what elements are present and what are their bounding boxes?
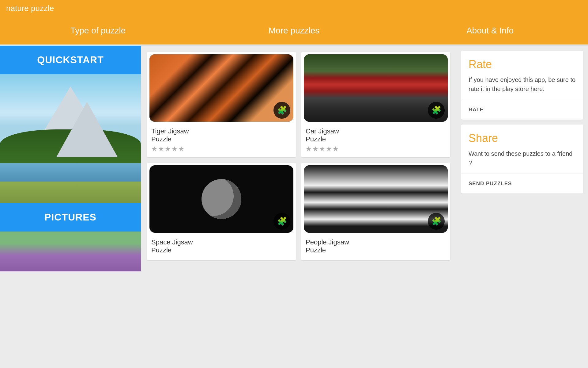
puzzle-info-people: People Jigsaw Puzzle — [301, 235, 450, 260]
people-image — [304, 165, 448, 233]
puzzle-name-car: Car Jigsaw Puzzle — [306, 127, 446, 143]
rate-button[interactable]: RATE — [469, 100, 576, 120]
puzzle-name-space: Space Jigsaw Puzzle — [151, 238, 292, 254]
right-panel: Rate If you have enjoyed this app, be su… — [456, 46, 588, 368]
puzzle-thumb-people: 🧩 — [304, 165, 448, 233]
puzzle-piece-icon-car: 🧩 — [428, 102, 445, 119]
send-puzzles-button[interactable]: SEND PUZZLES — [469, 174, 576, 194]
quickstart-button[interactable]: QUICKSTART — [0, 46, 141, 74]
share-card: Share Want to send these puzzles to a fr… — [461, 125, 583, 194]
ground-layer — [0, 182, 141, 203]
forest-layer — [0, 129, 141, 166]
left-panel: QUICKSTART PICTURES — [0, 46, 141, 368]
puzzle-piece-icon-space: 🧩 — [273, 213, 290, 230]
app-title: nature puzzle — [6, 4, 54, 13]
nav-tabs: Type of puzzle More puzzles About & Info — [0, 17, 588, 44]
share-description: Want to send these puzzles to a friend ? — [469, 149, 576, 167]
tab-type-of-puzzle[interactable]: Type of puzzle — [0, 17, 196, 44]
puzzle-piece-icon-tiger: 🧩 — [273, 102, 290, 119]
lavender-preview-image — [0, 232, 141, 271]
tiger-image — [149, 54, 293, 122]
rate-description: If you have enjoyed this app, be sure to… — [469, 75, 576, 94]
main-content: QUICKSTART PICTURES 🧩 Tiger Jigsaw Puzzl… — [0, 46, 588, 368]
puzzle-stars-car: ★★★★★ — [306, 145, 446, 153]
share-title: Share — [469, 132, 576, 145]
puzzle-name-tiger: Tiger Jigsaw Puzzle — [151, 127, 292, 143]
puzzle-name-people: People Jigsaw Puzzle — [306, 238, 446, 254]
puzzle-thumb-tiger: 🧩 — [149, 54, 293, 122]
puzzle-card-tiger[interactable]: 🧩 Tiger Jigsaw Puzzle ★★★★★ — [147, 52, 296, 157]
puzzle-card-space[interactable]: 🧩 Space Jigsaw Puzzle — [147, 163, 296, 260]
car-image — [304, 54, 448, 122]
puzzle-info-tiger: Tiger Jigsaw Puzzle ★★★★★ — [147, 124, 296, 157]
tab-about-info[interactable]: About & Info — [392, 17, 588, 44]
rate-card: Rate If you have enjoyed this app, be su… — [461, 51, 583, 120]
puzzle-stars-tiger: ★★★★★ — [151, 145, 292, 153]
puzzle-thumb-space: 🧩 — [149, 165, 293, 233]
moon-image — [202, 179, 241, 219]
puzzle-thumb-car: 🧩 — [304, 54, 448, 122]
puzzle-info-car: Car Jigsaw Puzzle ★★★★★ — [301, 124, 450, 157]
middle-panel: 🧩 Tiger Jigsaw Puzzle ★★★★★ 🧩 Car Jigsaw… — [141, 46, 456, 368]
rate-title: Rate — [469, 58, 576, 71]
top-bar: nature puzzle — [0, 0, 588, 17]
puzzle-card-car[interactable]: 🧩 Car Jigsaw Puzzle ★★★★★ — [301, 52, 450, 157]
puzzle-info-space: Space Jigsaw Puzzle — [147, 235, 296, 260]
puzzle-piece-icon-people: 🧩 — [428, 213, 445, 230]
pictures-button[interactable]: PICTURES — [0, 203, 141, 232]
tab-more-puzzles[interactable]: More puzzles — [196, 17, 392, 44]
puzzle-card-people[interactable]: 🧩 People Jigsaw Puzzle — [301, 163, 450, 260]
nature-preview-image — [0, 74, 141, 203]
